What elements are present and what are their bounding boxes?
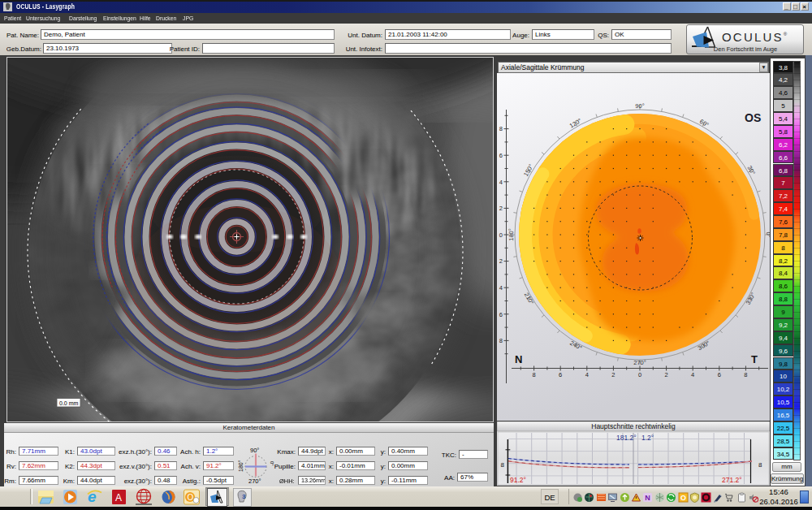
svg-text:90°: 90° xyxy=(635,102,644,110)
svg-text:OS: OS xyxy=(745,111,761,124)
svg-text:6: 6 xyxy=(499,311,503,318)
svg-text:A: A xyxy=(115,492,122,504)
svg-text:4: 4 xyxy=(499,179,503,186)
svg-text:T: T xyxy=(751,353,758,365)
svg-text:6: 6 xyxy=(718,371,721,378)
svg-text:90°: 90° xyxy=(250,447,259,454)
svg-text:0°: 0° xyxy=(765,231,770,237)
svg-text:0: 0 xyxy=(638,371,641,378)
svg-text:0: 0 xyxy=(499,231,503,239)
svg-text:8: 8 xyxy=(499,125,503,132)
svg-text:2: 2 xyxy=(499,205,503,212)
svg-text:0.0 mm: 0.0 mm xyxy=(59,400,79,406)
svg-text:270°: 270° xyxy=(633,359,646,366)
svg-text:O: O xyxy=(680,494,686,502)
svg-text:8: 8 xyxy=(758,461,762,469)
svg-text:3: 3 xyxy=(242,493,246,500)
svg-text:N: N xyxy=(645,494,650,502)
svg-text:4: 4 xyxy=(585,371,589,378)
svg-text:180°: 180° xyxy=(238,460,244,472)
svg-text:1.2°: 1.2° xyxy=(641,434,654,442)
svg-text:8: 8 xyxy=(744,371,747,378)
svg-text:8: 8 xyxy=(533,371,536,378)
svg-text:2: 2 xyxy=(611,371,615,378)
svg-text:181.2°: 181.2° xyxy=(616,434,637,442)
svg-text:6: 6 xyxy=(499,152,503,159)
svg-text:6: 6 xyxy=(559,371,562,378)
svg-text:4: 4 xyxy=(499,284,503,292)
svg-text:N: N xyxy=(515,353,522,365)
svg-text:271.2°: 271.2° xyxy=(722,476,742,484)
svg-text:Hauptschnitte rechtwinkelig: Hauptschnitte rechtwinkelig xyxy=(591,422,676,430)
svg-text:2: 2 xyxy=(499,257,503,265)
svg-text:8: 8 xyxy=(499,337,503,344)
svg-text:270°: 270° xyxy=(248,478,261,485)
svg-text:2: 2 xyxy=(665,371,668,378)
svg-text:8: 8 xyxy=(501,461,505,469)
svg-text:O: O xyxy=(188,493,194,502)
svg-text:91.2°: 91.2° xyxy=(510,476,526,484)
svg-text:4: 4 xyxy=(691,371,694,378)
